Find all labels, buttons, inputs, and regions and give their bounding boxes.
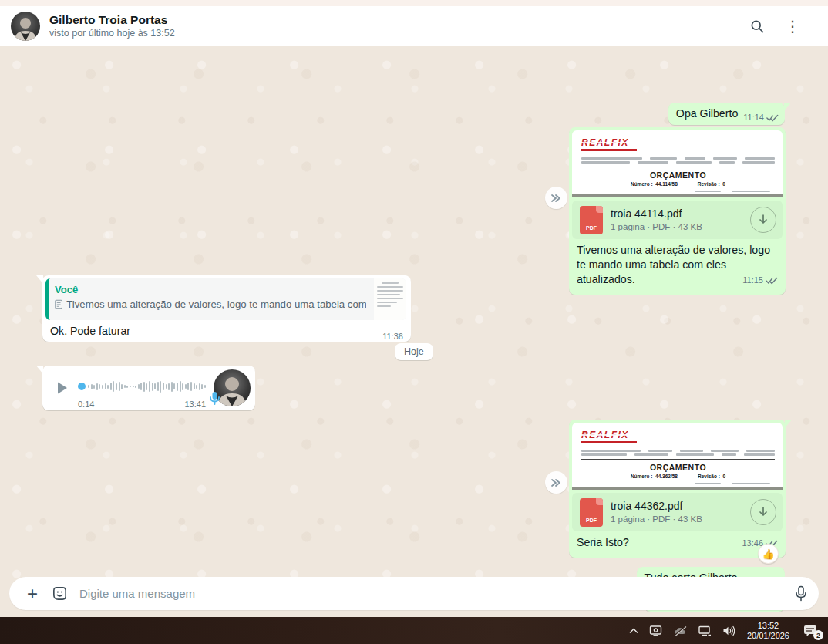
realfix-logo-underline [581,441,637,443]
download-icon [757,506,769,518]
document-fields: Número : 44.114/58 Revisão : 0 [581,181,775,187]
tray-volume-button[interactable] [717,617,741,644]
pdf-file-name: troia 44114.pdf [611,207,750,221]
document-foot-lines [581,191,775,193]
pdf-file-meta: 1 página · PDF · 43 KB [611,513,750,525]
system-tray: 13:52 20/01/2026 2 [624,617,828,644]
document-blurred-text [581,157,775,164]
message-composer: + [9,577,819,610]
realfix-logo: REALFIX [581,430,640,443]
emoji-sticker-button[interactable] [51,585,69,602]
pdf-file-info: troia 44114.pdf 1 página · PDF · 43 KB [611,207,750,233]
document-fields: Número : 44.362/58 Revisão : 0 [581,474,775,479]
audio-scrubber-handle[interactable] [78,383,86,390]
thumbs-up-emoji: 👍 [762,548,774,560]
document-preview-2[interactable]: REALFIX ORÇAMENTO Número : 44.362/58 Rev… [572,423,783,490]
pdf-file-name: troia 44362.pdf [611,499,750,513]
download-icon [757,214,769,226]
date-divider: Hoje [395,343,433,360]
document-icon [55,298,62,310]
message-reaction-badge[interactable]: 👍 [758,544,779,564]
message-time: 11:36 [382,332,403,341]
realfix-logo-text: REALFIX [581,430,640,440]
quote-author: Você [55,283,366,296]
forward-message-button[interactable] [545,187,567,209]
message-in-voice-note[interactable]: 0:14 13:41 [42,366,255,410]
forward-message-button[interactable] [545,471,567,494]
download-button[interactable] [750,207,776,233]
realfix-logo-text: REALFIX [581,137,640,148]
search-icon [749,19,765,34]
document-preview-1[interactable]: REALFIX ORÇAMENTO Número : 44.114/58 Rev… [572,130,783,197]
document-title: ORÇAMENTO [581,463,775,472]
attach-button[interactable]: + [22,583,43,605]
sender-avatar[interactable] [214,369,251,406]
windows-taskbar: 13:52 20/01/2026 2 [0,617,828,644]
taskbar-clock[interactable]: 13:52 20/01/2026 [741,621,797,641]
notification-center-button[interactable]: 2 [797,617,828,644]
search-button[interactable] [749,19,765,34]
message-caption: Seria Isto? 13:46 [572,531,783,555]
tray-cast-display-button[interactable] [644,617,668,644]
message-out-document-1[interactable]: REALFIX ORÇAMENTO Número : 44.114/58 Rev… [569,127,786,295]
quoted-message[interactable]: Você Tivemos uma alteração de valores, l… [45,278,406,320]
sticker-smiley-icon [51,585,69,602]
taskbar-time: 13:52 [747,621,789,631]
window-top-strip [0,0,828,6]
quote-body: Você Tivemos uma alteração de valores, l… [49,278,374,320]
play-icon [53,379,70,396]
document-foot-lines [581,483,775,485]
cast-display-icon [649,625,662,636]
voice-note-mic-icon [209,391,220,408]
message-text: Opa Gilberto [676,107,738,120]
document-divider [581,459,775,460]
delivered-double-check-icon [766,276,778,285]
pdf-attachment-row[interactable]: PDF troia 44362.pdf 1 página · PDF · 43 … [572,493,783,531]
contact-avatar[interactable] [11,12,40,41]
forward-arrow-icon [550,477,563,488]
tray-onedrive-paused-button[interactable] [668,617,692,644]
contact-info[interactable]: Gilberto Troia Portas visto por último h… [49,12,749,40]
message-out-opa-gilberto[interactable]: Opa Gilberto 11:14 [668,103,785,125]
message-input[interactable] [79,587,794,600]
audio-duration: 0:14 [78,400,94,409]
menu-button[interactable]: ⋮ [785,19,800,34]
message-in-reply[interactable]: Você Tivemos uma alteração de valores, l… [42,275,411,342]
document-blurred-text [581,450,775,456]
message-out-document-2[interactable]: REALFIX ORÇAMENTO Número : 44.362/58 Rev… [569,420,786,558]
document-divider [581,167,775,167]
quote-text: Tivemos uma alteração de valores, logo t… [66,298,366,310]
pdf-file-icon: PDF [580,206,603,234]
document-footer-bar [572,194,783,197]
audio-waveform[interactable] [88,375,207,398]
download-button[interactable] [750,499,776,525]
message-meta: 11:15 [742,273,778,288]
delivered-double-check-icon [766,113,779,122]
notification-count-badge: 2 [813,630,823,640]
quote-thumbnail [374,278,406,320]
pdf-file-info: troia 44362.pdf 1 página · PDF · 43 KB [611,499,750,525]
speaker-icon [722,625,735,636]
message-time: 11:14 [743,113,764,122]
pdf-attachment-row[interactable]: PDF troia 44114.pdf 1 página · PDF · 43 … [572,201,783,239]
cloud-slash-icon [673,625,687,636]
play-button[interactable] [50,376,73,400]
message-caption: Tivemos uma alteração de valores, logo t… [572,239,783,292]
chevron-up-icon [629,628,638,634]
document-title: ORÇAMENTO [581,170,775,180]
tray-network-button[interactable] [692,617,717,644]
caption-text: Tivemos uma alteração de valores, logo t… [577,244,770,285]
document-footer-bar [572,487,783,490]
message-time: 13:41 [184,400,206,409]
plus-icon: + [27,583,38,605]
kebab-icon: ⋮ [785,19,800,34]
voice-record-button[interactable] [794,585,808,602]
contact-last-seen: visto por último hoje às 13:52 [49,27,749,40]
conversation-panel[interactable]: Opa Gilberto 11:14 REALFIX [0,46,828,617]
message-time: 11:15 [742,273,763,288]
pdf-file-meta: 1 página · PDF · 43 KB [611,221,750,233]
taskbar-date: 20/01/2026 [747,631,789,641]
microphone-icon [794,585,808,602]
pdf-file-icon: PDF [580,498,603,527]
tray-expand-button[interactable] [624,617,644,644]
